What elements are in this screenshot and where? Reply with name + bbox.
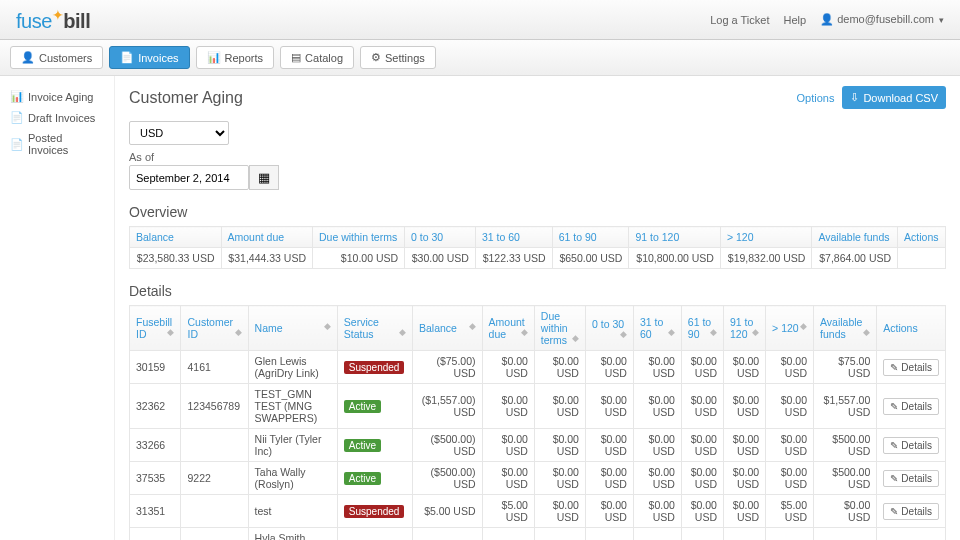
table-row: 32362123456789TEST_GMN TEST (MNG SWAPPER…: [130, 384, 946, 429]
col-balance[interactable]: Balance◆: [413, 306, 483, 351]
col-amount_due[interactable]: Amount due◆: [482, 306, 534, 351]
chart-icon: 📊: [207, 51, 221, 64]
user-menu[interactable]: 👤 demo@fusebill.com: [820, 13, 944, 26]
logo-dot-icon: ✦: [52, 7, 64, 23]
status-badge: Active: [344, 400, 381, 413]
col-r120p[interactable]: > 120◆: [766, 306, 814, 351]
sort-icon: ◆: [668, 328, 675, 336]
asof-input[interactable]: [129, 165, 249, 190]
nav-invoices[interactable]: 📄Invoices: [109, 46, 189, 69]
edit-icon: ✎: [890, 401, 898, 412]
user-icon: 👤: [21, 51, 35, 64]
edit-icon: ✎: [890, 506, 898, 517]
col-name[interactable]: Name◆: [248, 306, 337, 351]
top-links: Log a Ticket Help 👤 demo@fusebill.com: [710, 13, 944, 26]
nav-customers[interactable]: 👤Customers: [10, 46, 103, 69]
col-r31_60[interactable]: 31 to 60◆: [633, 306, 681, 351]
overview-row: $23,580.33 USD $31,444.33 USD $10.00 USD…: [130, 248, 946, 269]
page-title: Customer Aging: [129, 89, 243, 107]
col-balance[interactable]: Balance: [130, 227, 222, 248]
details-button[interactable]: ✎ Details: [883, 359, 939, 376]
user-email: demo@fusebill.com: [837, 13, 934, 25]
nav-reports[interactable]: 📊Reports: [196, 46, 275, 69]
details-table: Fusebill ID◆Customer ID◆Name◆Service Sta…: [129, 305, 946, 540]
topbar: fuse✦bill Log a Ticket Help 👤 demo@fuseb…: [0, 0, 960, 40]
col-avail[interactable]: Available funds: [812, 227, 898, 248]
status-badge: Suspended: [344, 505, 405, 518]
status-badge: Suspended: [344, 361, 405, 374]
sort-icon: ◆: [167, 328, 174, 336]
nav-settings[interactable]: ⚙Settings: [360, 46, 436, 69]
file-icon: 📄: [120, 51, 134, 64]
status-badge: Active: [344, 472, 381, 485]
col-actions: Actions: [877, 306, 946, 351]
download-icon: ⇩: [850, 91, 859, 104]
col-customer_id[interactable]: Customer ID◆: [181, 306, 248, 351]
file-icon: 📄: [10, 111, 24, 124]
download-csv-button[interactable]: ⇩Download CSV: [842, 86, 946, 109]
sidebar: 📊Invoice Aging 📄Draft Invoices 📄Posted I…: [0, 76, 115, 540]
edit-icon: ✎: [890, 362, 898, 373]
table-row: 375359222Taha Wally (Roslyn)Active($500.…: [130, 462, 946, 495]
currency-select[interactable]: USD: [129, 121, 229, 145]
logo-text-suffix: bill: [63, 9, 90, 31]
col-status[interactable]: Service Status◆: [337, 306, 412, 351]
calendar-icon: ▦: [258, 170, 270, 185]
table-row: 301594161Glen Lewis (AgriDry Link)Suspen…: [130, 351, 946, 384]
table-row: 31351testSuspended$5.00 USD$5.00 USD$0.0…: [130, 495, 946, 528]
sort-icon: ◆: [235, 328, 242, 336]
content: Customer Aging Options ⇩Download CSV USD…: [115, 76, 960, 540]
col-due-within[interactable]: Due within terms: [313, 227, 405, 248]
sidebar-draft-invoices[interactable]: 📄Draft Invoices: [8, 107, 106, 128]
col-amount-due[interactable]: Amount due: [221, 227, 313, 248]
details-button[interactable]: ✎ Details: [883, 503, 939, 520]
sort-icon: ◆: [572, 334, 579, 342]
chart-icon: 📊: [10, 90, 24, 103]
book-icon: ▤: [291, 51, 301, 64]
col-r91_120[interactable]: 91 to 120◆: [723, 306, 765, 351]
status-badge: Active: [344, 439, 381, 452]
edit-icon: ✎: [890, 473, 898, 484]
log-ticket-link[interactable]: Log a Ticket: [710, 14, 769, 26]
sidebar-posted-invoices[interactable]: 📄Posted Invoices: [8, 128, 106, 160]
user-icon: 👤: [820, 13, 834, 25]
sort-icon: ◆: [800, 322, 807, 330]
col-120p[interactable]: > 120: [720, 227, 812, 248]
sort-icon: ◆: [620, 330, 627, 338]
details-button[interactable]: ✎ Details: [883, 437, 939, 454]
main-nav: 👤Customers 📄Invoices 📊Reports ▤Catalog ⚙…: [0, 40, 960, 76]
overview-heading: Overview: [129, 204, 946, 220]
col-61-90[interactable]: 61 to 90: [552, 227, 629, 248]
col-r0_30[interactable]: 0 to 30◆: [585, 306, 633, 351]
sort-icon: ◆: [863, 328, 870, 336]
options-link[interactable]: Options: [796, 92, 834, 104]
asof-label: As of: [129, 151, 946, 163]
col-r61_90[interactable]: 61 to 90◆: [681, 306, 723, 351]
gear-icon: ⚙: [371, 51, 381, 64]
sort-icon: ◆: [710, 328, 717, 336]
col-fusebill_id[interactable]: Fusebill ID◆: [130, 306, 181, 351]
col-91-120[interactable]: 91 to 120: [629, 227, 721, 248]
sort-icon: ◆: [399, 328, 406, 336]
sort-icon: ◆: [324, 322, 331, 330]
table-row: 32400Nii-123Hyla Smith (Assured Software…: [130, 528, 946, 541]
sort-icon: ◆: [752, 328, 759, 336]
col-0-30[interactable]: 0 to 30: [405, 227, 476, 248]
sort-icon: ◆: [469, 322, 476, 330]
help-link[interactable]: Help: [783, 14, 806, 26]
calendar-button[interactable]: ▦: [249, 165, 279, 190]
edit-icon: ✎: [890, 440, 898, 451]
col-avail[interactable]: Available funds◆: [814, 306, 877, 351]
logo: fuse✦bill: [16, 7, 90, 33]
file-icon: 📄: [10, 138, 24, 151]
logo-text-prefix: fuse: [16, 9, 52, 31]
sort-icon: ◆: [521, 328, 528, 336]
table-row: 33266Nii Tyler (Tyler Inc)Active($500.00…: [130, 429, 946, 462]
nav-catalog[interactable]: ▤Catalog: [280, 46, 354, 69]
col-31-60[interactable]: 31 to 60: [475, 227, 552, 248]
sidebar-invoice-aging[interactable]: 📊Invoice Aging: [8, 86, 106, 107]
details-button[interactable]: ✎ Details: [883, 470, 939, 487]
details-heading: Details: [129, 283, 946, 299]
details-button[interactable]: ✎ Details: [883, 398, 939, 415]
col-due_within[interactable]: Due within terms◆: [534, 306, 585, 351]
